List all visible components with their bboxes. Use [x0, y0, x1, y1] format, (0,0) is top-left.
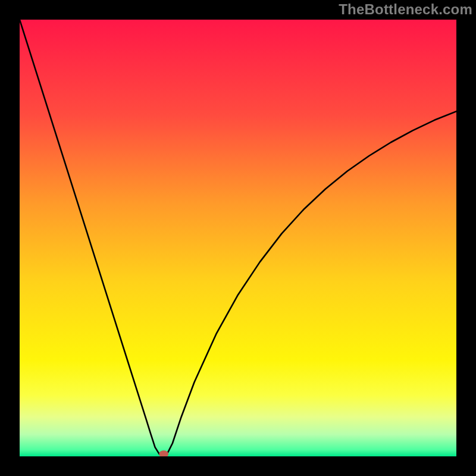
bottleneck-chart	[20, 20, 456, 456]
watermark-text: TheBottleneck.com	[339, 1, 472, 18]
plot-area	[20, 20, 456, 456]
chart-frame: TheBottleneck.com	[0, 0, 476, 476]
gradient-background	[20, 20, 456, 456]
